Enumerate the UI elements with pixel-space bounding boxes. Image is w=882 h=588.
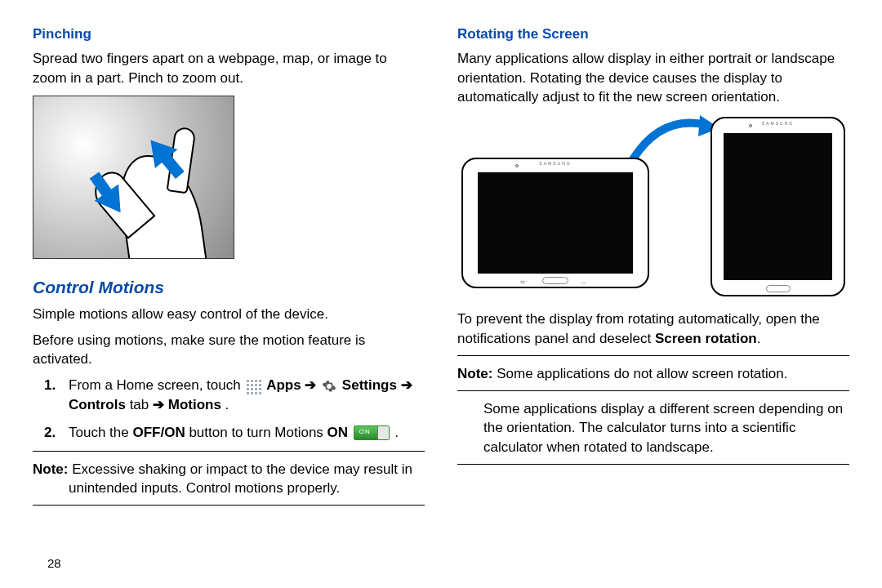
heading-rotating: Rotating the Screen: [457, 24, 849, 44]
divider: [457, 355, 849, 356]
control-motions-intro-2: Before using motions, make sure the moti…: [33, 331, 425, 370]
rotating-prevent: To prevent the display from rotating aut…: [457, 310, 849, 349]
note-no-rotation: Note: Some applications do not allow scr…: [457, 364, 849, 384]
heading-pinching: Pinching: [33, 24, 425, 44]
settings-icon: [322, 379, 336, 394]
divider: [457, 464, 849, 465]
rotating-body: Many applications allow display in eithe…: [457, 49, 849, 107]
page-number: 28: [47, 555, 61, 572]
apps-icon: [246, 379, 261, 394]
divider: [457, 390, 849, 391]
step-1: From a Home screen, touch Apps ➔ Setting…: [33, 376, 425, 415]
rotating-tail: Some applications display a different sc…: [483, 399, 849, 457]
tablet-portrait-icon: SAMSUNG: [710, 117, 845, 296]
control-motions-intro-1: Simple motions allow easy control of the…: [33, 305, 425, 324]
heading-control-motions: Control Motions: [33, 275, 425, 299]
tablet-landscape-icon: SAMSUNG ⇆ ▭: [461, 158, 649, 288]
steps-list: From a Home screen, touch Apps ➔ Setting…: [33, 376, 425, 442]
right-column: Rotating the Screen Many applications al…: [457, 24, 849, 572]
pinch-gesture-figure: [33, 96, 234, 259]
note-excessive-shaking: Note: Excessive shaking or impact to the…: [33, 460, 425, 499]
left-column: Pinching Spread two fingers apart on a w…: [33, 24, 425, 572]
step-2: Touch the OFF/ON button to turn Motions …: [33, 423, 425, 443]
divider: [33, 451, 425, 452]
pinching-body: Spread two fingers apart on a webpage, m…: [33, 49, 425, 88]
rotation-figure: SAMSUNG ⇆ ▭ SAMSUNG: [457, 117, 849, 296]
divider: [33, 505, 425, 506]
on-toggle-icon: ON: [354, 425, 390, 440]
